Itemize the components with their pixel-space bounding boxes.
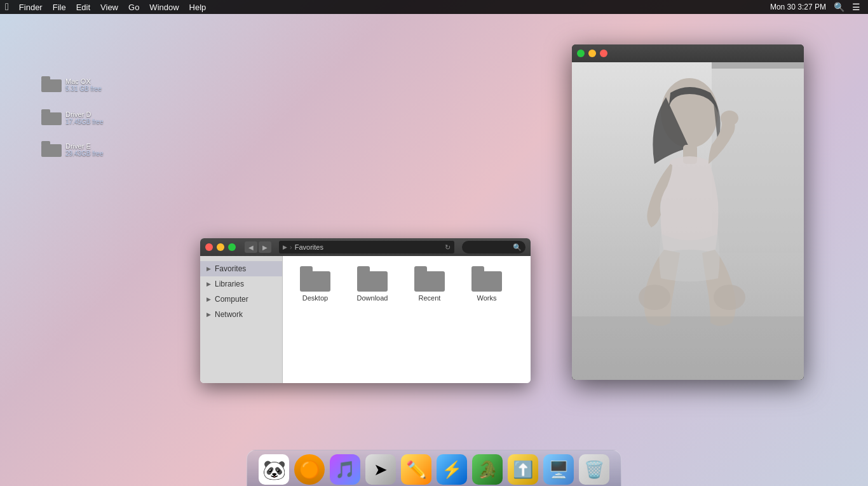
folder-download-icon (357, 266, 388, 292)
drive-size-e: 29.43GB free (65, 150, 103, 157)
photo-image (572, 62, 804, 380)
desktop-drive-e[interactable]: Driver E 29.43GB free (41, 141, 103, 158)
folder-desktop-label: Desktop (302, 294, 328, 302)
drive-text-e: Driver E 29.43GB free (65, 142, 103, 157)
sidebar-item-favorites-label: Favorites (215, 264, 246, 273)
sidebar-item-computer[interactable]: ▶ Computer (200, 292, 282, 307)
apple-menu[interactable]:  (5, 1, 9, 13)
finder-current-path: Favorites (295, 243, 323, 251)
menubar-view[interactable]: View (100, 3, 118, 12)
menubar-edit[interactable]: Edit (76, 3, 90, 12)
dock-item-vlc[interactable]: 🟠 (293, 453, 326, 486)
svg-point-7 (721, 111, 738, 126)
favorites-arrow-icon: ▶ (207, 266, 211, 272)
folder-works[interactable]: Works (465, 266, 509, 302)
svg-rect-2 (712, 62, 804, 69)
dock-item-frogger[interactable]: 🐊 (471, 453, 504, 486)
finder-play-icon: ▶ (283, 244, 287, 250)
libraries-arrow-icon: ▶ (207, 281, 211, 287)
dock-item-panda[interactable]: 🐼 (257, 453, 290, 486)
drive-folder-icon-d (41, 109, 62, 126)
dock-item-itunes[interactable]: 🎵 (329, 453, 362, 486)
sidebar-item-favorites[interactable]: ▶ Favorites (200, 261, 282, 276)
finder-minimize-button[interactable] (217, 243, 224, 251)
desktop-drive-mac[interactable]: Mac OX 5.31 GB free (41, 76, 102, 93)
svg-point-6 (714, 285, 745, 310)
photo-window-titlebar (572, 44, 804, 62)
sidebar-item-libraries-label: Libraries (215, 280, 244, 288)
spotlight-icon[interactable]: 🔍 (834, 2, 844, 12)
dock-item-trash[interactable]: 🗑️ (578, 453, 611, 486)
folder-recent-label: Recent (419, 294, 441, 302)
photo-window-maximize[interactable] (577, 50, 585, 57)
folder-desktop[interactable]: Desktop (293, 266, 337, 302)
dock-item-lightning[interactable]: ⚡ (435, 453, 468, 486)
svg-point-5 (639, 285, 670, 310)
menubar-right: Mon 30 3:27 PM 🔍 ☰ (763, 2, 868, 12)
finder-titlebar: ◀ ▶ ▶ › Favorites ↻ 🔍 (200, 238, 531, 256)
menubar-file[interactable]: File (53, 3, 66, 12)
sidebar-item-computer-label: Computer (215, 295, 248, 304)
photo-window-content (572, 62, 804, 380)
dock-item-migrate[interactable]: 🖥️ (542, 453, 575, 486)
notification-icon[interactable]: ☰ (852, 2, 860, 12)
menubar-clock: Mon 30 3:27 PM (770, 3, 826, 11)
menubar-finder[interactable]: Finder (19, 3, 43, 12)
folder-recent-icon (414, 266, 445, 292)
menubar-go[interactable]: Go (128, 3, 139, 12)
finder-address-bar: ▶ › Favorites ↻ (279, 241, 454, 253)
desktop-drive-d[interactable]: Driver D 17.45GB free (41, 109, 103, 126)
drive-name-e: Driver E (65, 142, 103, 150)
svg-rect-1 (712, 62, 804, 253)
finder-main: Desktop Download Recent Works (283, 256, 531, 383)
dock: 🐼 🟠 🎵 ➤ ✏️ ⚡ 🐊 ⬆️ (247, 450, 621, 486)
sidebar-item-network-label: Network (215, 310, 243, 319)
dock-item-tools[interactable]: ✏️ (400, 453, 433, 486)
sidebar-item-libraries[interactable]: ▶ Libraries (200, 276, 282, 292)
finder-navigation: ◀ ▶ (245, 241, 271, 253)
folder-desktop-icon (300, 266, 330, 292)
menubar-window[interactable]: Window (149, 3, 179, 12)
sidebar-item-network[interactable]: ▶ Network (200, 307, 282, 322)
photo-window-close[interactable] (600, 50, 607, 57)
menubar:  Finder File Edit View Go Window Help M… (0, 0, 868, 14)
menubar-left:  Finder File Edit View Go Window Help (0, 1, 763, 13)
finder-sidebar: ▶ Favorites ▶ Libraries ▶ Computer ▶ Net… (200, 256, 283, 383)
finder-back-button[interactable]: ◀ (245, 241, 257, 253)
finder-search-icon: 🔍 (513, 243, 522, 252)
dock-item-source[interactable]: ⬆️ (506, 453, 539, 486)
network-arrow-icon: ▶ (207, 311, 211, 318)
folder-download[interactable]: Download (350, 266, 395, 302)
folder-works-label: Works (477, 294, 497, 302)
photo-window (572, 44, 804, 380)
menubar-help[interactable]: Help (189, 3, 207, 12)
drive-name-mac: Mac OX (65, 78, 102, 85)
finder-search-bar[interactable]: 🔍 (462, 241, 526, 253)
dock-item-cursor[interactable]: ➤ (364, 453, 397, 486)
finder-body: ▶ Favorites ▶ Libraries ▶ Computer ▶ Net… (200, 256, 531, 383)
finder-window: ◀ ▶ ▶ › Favorites ↻ 🔍 ▶ Favorites ▶ Libr… (200, 238, 531, 383)
svg-rect-8 (572, 316, 804, 380)
computer-arrow-icon: ▶ (207, 296, 211, 302)
finder-address-separator: › (290, 243, 292, 251)
drive-size-d: 17.45GB free (65, 118, 103, 125)
finder-search-input[interactable] (466, 243, 510, 251)
folder-download-label: Download (357, 294, 388, 302)
drive-folder-icon-e (41, 141, 62, 158)
finder-close-button[interactable] (205, 243, 213, 251)
folder-works-icon (471, 266, 502, 292)
drive-folder-icon-mac (41, 76, 62, 93)
finder-refresh-icon[interactable]: ↻ (445, 243, 451, 252)
drive-text-mac: Mac OX 5.31 GB free (65, 78, 102, 92)
folder-recent[interactable]: Recent (407, 266, 452, 302)
photo-window-minimize[interactable] (588, 50, 596, 57)
drive-size-mac: 5.31 GB free (65, 85, 102, 92)
finder-maximize-button[interactable] (228, 243, 236, 251)
drive-text-d: Driver D 17.45GB free (65, 111, 103, 125)
drive-name-d: Driver D (65, 111, 103, 118)
finder-forward-button[interactable]: ▶ (259, 241, 271, 253)
